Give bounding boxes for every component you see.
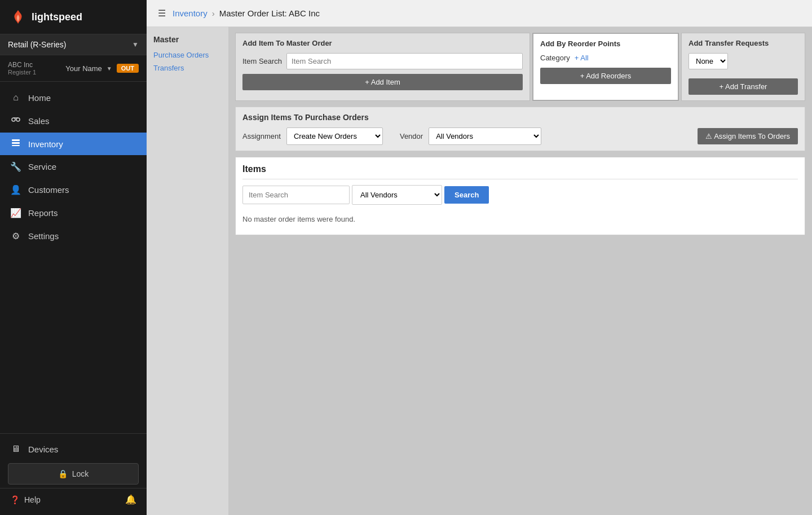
add-item-panel: Add Item To Master Order Item Search + A… [235, 33, 530, 101]
logo-text: lightspeed [32, 11, 82, 23]
user-info: ABC Inc Register 1 Your Name ▼ OUT [0, 55, 147, 82]
transfer-select[interactable]: None [689, 53, 728, 69]
sidebar-item-home[interactable]: ⌂ Home [0, 86, 147, 109]
sidebar-item-label: Inventory [28, 139, 63, 149]
category-row: Category + All [540, 54, 671, 62]
search-button[interactable]: Search [444, 186, 489, 204]
reorder-panel-title: Add By Reorder Points [540, 39, 671, 48]
transfer-select-row: None [689, 53, 798, 74]
right-content: Add Item To Master Order Item Search + A… [228, 27, 812, 515]
add-item-panel-title: Add Item To Master Order [242, 39, 523, 47]
add-item-button[interactable]: + Add Item [242, 74, 523, 90]
sidebar-item-sales[interactable]: Sales [0, 109, 147, 133]
sidebar: lightspeed Retail (R-Series) ▼ ABC Inc R… [0, 0, 147, 515]
category-label: Category [540, 54, 570, 62]
assign-row: Assignment Create New Orders Add To Exis… [242, 127, 798, 145]
page-content: Master Purchase Orders Transfers Add Ite… [147, 27, 812, 515]
item-search-row: Item Search [242, 53, 523, 69]
sidebar-item-customers[interactable]: 👤 Customers [0, 178, 147, 201]
help-label: Help [24, 495, 41, 504]
out-badge: OUT [117, 64, 139, 73]
vendor-label: Vendor [400, 132, 423, 140]
items-search-input[interactable] [242, 186, 350, 204]
topbar-inventory-icon: ☰ [158, 8, 166, 19]
store-name: ABC Inc [8, 61, 36, 69]
notification-bell-icon[interactable]: 🔔 [125, 494, 136, 505]
category-all-link[interactable]: + All [575, 54, 589, 62]
svg-rect-3 [12, 139, 20, 141]
purchase-orders-link[interactable]: Purchase Orders [153, 51, 222, 59]
sales-icon [10, 115, 21, 126]
chevron-down-icon: ▼ [132, 41, 139, 49]
help-item[interactable]: ❓ Help [10, 495, 41, 504]
assign-items-button[interactable]: ⚠ Assign Items To Orders [698, 128, 798, 144]
help-notification-bar: ❓ Help 🔔 [0, 488, 147, 510]
home-icon: ⌂ [10, 93, 21, 103]
master-panel-title: Master [153, 35, 222, 44]
items-title: Items [242, 164, 798, 179]
lock-label: Lock [72, 469, 89, 478]
transfer-panel-title: Add Transfer Requests [689, 39, 798, 47]
help-icon: ❓ [10, 495, 20, 504]
devices-icon: 🖥 [10, 444, 21, 454]
sidebar-item-label: Settings [28, 231, 59, 241]
svg-point-0 [12, 118, 15, 121]
sidebar-item-settings[interactable]: ⚙ Settings [0, 225, 147, 248]
assignment-label: Assignment [242, 132, 281, 140]
assign-panel-title: Assign Items To Purchase Orders [242, 113, 798, 122]
items-search-row: All Vendors Search [242, 185, 798, 205]
chevron-user-icon: ▼ [107, 65, 112, 72]
sidebar-item-label: Home [28, 93, 51, 103]
page-title: Master Order List: ABC Inc [219, 8, 320, 18]
transfer-panel: Add Transfer Requests None + Add Transfe… [681, 33, 805, 101]
sidebar-bottom: 🖥 Devices 🔒 Lock ❓ Help 🔔 [0, 433, 147, 515]
register-name: Register 1 [8, 69, 36, 76]
lock-button[interactable]: 🔒 Lock [8, 463, 139, 485]
master-panel: Master Purchase Orders Transfers [147, 27, 228, 515]
sidebar-item-label: Service [28, 162, 56, 171]
transfers-link[interactable]: Transfers [153, 64, 222, 72]
add-transfer-button[interactable]: + Add Transfer [689, 78, 798, 95]
reorder-panel: Add By Reorder Points Category + All + A… [532, 33, 679, 101]
assignment-select[interactable]: Create New Orders Add To Existing Orders [286, 127, 383, 145]
items-vendor-select[interactable]: All Vendors [352, 185, 442, 205]
sidebar-item-service[interactable]: 🔧 Service [0, 155, 147, 178]
topbar: ☰ Inventory › Master Order List: ABC Inc [147, 0, 812, 27]
user-name[interactable]: Your Name [65, 64, 102, 73]
store-selector[interactable]: Retail (R-Series) ▼ [0, 34, 147, 55]
topbar-inventory-link[interactable]: Inventory [173, 8, 208, 18]
logo-icon [10, 9, 26, 25]
items-section: Items All Vendors Search No master order… [235, 157, 805, 235]
top-panels-row: Add Item To Master Order Item Search + A… [235, 33, 805, 101]
svg-point-1 [16, 118, 20, 121]
reports-icon: 📈 [10, 208, 21, 218]
sidebar-item-label: Devices [28, 444, 58, 454]
topbar-separator: › [212, 8, 215, 18]
sidebar-item-label: Customers [28, 185, 69, 195]
sidebar-item-label: Reports [28, 208, 58, 218]
svg-rect-4 [12, 142, 20, 144]
assign-items-panel: Assign Items To Purchase Orders Assignme… [235, 107, 805, 151]
inventory-icon [10, 139, 21, 149]
sidebar-item-reports[interactable]: 📈 Reports [0, 201, 147, 225]
settings-icon: ⚙ [10, 231, 21, 241]
sidebar-item-inventory[interactable]: Inventory [0, 133, 147, 155]
sidebar-item-label: Sales [28, 116, 50, 126]
service-icon: 🔧 [10, 161, 21, 172]
lock-icon: 🔒 [58, 469, 68, 478]
add-reorders-button[interactable]: + Add Reorders [540, 68, 671, 84]
sidebar-item-devices[interactable]: 🖥 Devices [0, 438, 147, 460]
svg-rect-5 [12, 145, 20, 146]
vendor-select-assign[interactable]: All Vendors [429, 127, 541, 145]
main-content: ☰ Inventory › Master Order List: ABC Inc… [147, 0, 812, 515]
sidebar-logo: lightspeed [0, 0, 147, 34]
no-results-message: No master order items were found. [242, 210, 798, 228]
nav-menu: ⌂ Home Sales Inventory [0, 82, 147, 433]
store-selector-label: Retail (R-Series) [8, 40, 66, 49]
customers-icon: 👤 [10, 184, 21, 195]
item-search-label: Item Search [242, 57, 282, 65]
item-search-input[interactable] [286, 53, 523, 69]
